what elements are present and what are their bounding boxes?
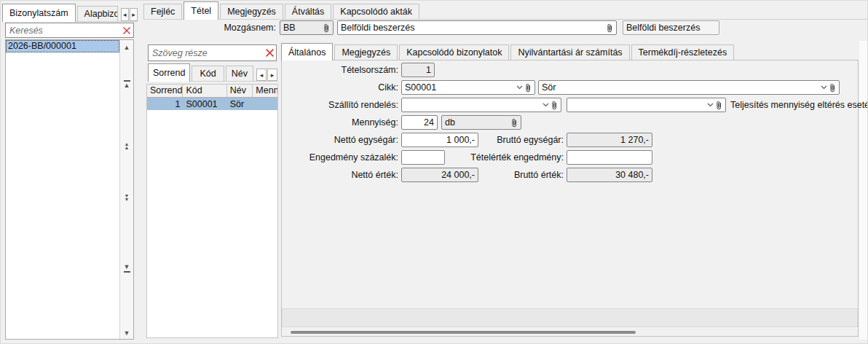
netto-egysegar-label: Nettó egységár: [288,133,398,147]
arrow-left-icon: ◂ [260,71,264,79]
engedmeny-szazalek-field[interactable] [401,150,445,165]
sort-tabs-scroll-left-button[interactable]: ◂ [256,69,267,81]
paperclip-icon[interactable] [551,101,558,110]
tab-termekdij[interactable]: Termékdíj-részletezés [631,44,735,60]
netto-egysegar-field[interactable]: 1 000,- [401,133,478,147]
tetelsorszam-field: 1 [401,63,435,77]
sort-tabstrip: Sorrend Kód Név ◂ ▸ [148,65,278,82]
tab-altalanos[interactable]: Általános [281,43,333,60]
paperclip-icon[interactable] [323,23,330,33]
brutto-ertek-label: Bruttó érték: [474,168,564,182]
scroll-page-up-icon[interactable]: ▲▲ [120,142,133,149]
arrow-right-icon: ▸ [132,11,135,18]
scroll-to-top-icon[interactable]: ▲ [120,80,133,89]
chevron-down-icon[interactable] [516,85,523,90]
cikk-name-combo[interactable]: Sör [538,80,840,95]
tetelertek-engedmeny-label: Tételérték engedmény: [467,150,564,165]
brutto-egysegar-label: Bruttó egységár: [474,133,564,147]
arrow-left-icon: ◂ [123,11,127,18]
tab-atvaltas[interactable]: Átváltás [285,4,331,19]
tab-bizonylatszam[interactable]: Bizonylatszám [2,4,76,22]
mozgasnem-display-field: Belföldi beszerzés [623,20,719,35]
tab-tetel[interactable]: Tétel [184,1,218,20]
left-tabs-scroll-left-button[interactable]: ◂ [121,8,129,21]
tab-megjegyzes[interactable]: Megjegyzés [220,4,283,19]
detail-bottom-panel [282,308,858,327]
clear-search-icon[interactable] [263,47,276,59]
paperclip-icon[interactable] [525,83,532,93]
document-search [5,23,134,38]
tab-kapcsolodo-aktak[interactable]: Kapcsolódó akták [333,4,419,19]
clear-search-icon[interactable] [120,25,133,36]
items-grid-header[interactable]: Sorrend Kód Név Menny [147,85,277,98]
main-tabstrip: Fejléc Tétel Megjegyzés Átváltás Kapcsol… [143,2,867,20]
column-header-nev: Név [227,85,253,97]
paperclip-icon[interactable] [511,118,518,128]
netto-ertek-label: Nettó érték: [288,168,398,182]
app-window: Bizonylatszám Alapbizony ◂ ▸ 2026-BB/000… [0,0,868,344]
item-text-search [148,44,277,61]
scroll-down-icon[interactable]: ▼ [120,330,133,337]
chevron-down-icon[interactable] [707,103,714,107]
detail-tabstrip: Általános Megjegyzés Kapcsolódó bizonyla… [281,43,859,60]
chevron-down-icon[interactable] [821,85,827,90]
tab-sort-kod[interactable]: Kód [192,66,224,81]
szallito-rendeles-combo[interactable] [401,98,561,112]
arrow-right-icon: ▸ [271,71,275,79]
mozgasnem-code-field[interactable]: BB [280,20,334,35]
mozgasnem-name-field[interactable]: Belföldi beszerzés [337,20,617,35]
szallito-rendeles-combo-2[interactable] [567,98,726,112]
tab-sort-nev[interactable]: Név [226,66,253,81]
column-header-menny: Menny [253,85,277,97]
detail-hscroll-thumb[interactable] [291,331,636,334]
cikk-code-combo[interactable]: S00001 [401,80,535,95]
document-list: 2026-BB/000001 ▲ ▲ ▲▲ ▼▼ ▼ ▼ [5,39,134,340]
tab-nyilvantartasi-ar[interactable]: Nyilvántartási ár számítás [510,44,629,60]
column-header-sorrend: Sorrend [147,85,183,97]
detail-vscroll-track[interactable] [859,41,867,340]
tetelertek-engedmeny-field[interactable] [567,150,652,165]
brutto-egysegar-field: 1 270,- [567,133,652,147]
tab-fejlec[interactable]: Fejléc [143,4,182,19]
tab-kapcsolodo-bizonylatok[interactable]: Kapcsolódó bizonylatok [399,44,509,60]
paperclip-icon[interactable] [829,83,836,93]
sort-tabs-scroll-right-button[interactable]: ▸ [267,69,277,81]
teljesites-note: Teljesítés mennyiség eltérés esetén [730,98,868,112]
left-tabstrip: Bizonylatszám Alapbizony ◂ ▸ [2,2,138,22]
tab-alapbizonylat[interactable]: Alapbizony [77,6,118,21]
item-text-search-input[interactable] [149,48,263,58]
brutto-ertek-field: 30 480,- [567,168,652,182]
paperclip-icon[interactable] [716,101,722,110]
engedmeny-szazalek-label: Engedmény százalék: [288,150,398,165]
document-search-input[interactable] [6,26,120,36]
mennyiseg-field[interactable]: 24 [401,115,438,130]
scroll-to-bottom-icon[interactable]: ▼ [120,264,133,273]
cikk-label: Cikk: [288,80,398,95]
chevron-down-icon[interactable] [542,103,549,107]
table-row[interactable]: 1 S00001 Sör [147,98,277,110]
list-item[interactable]: 2026-BB/000001 [6,40,119,52]
mozgasnem-label: Mozgásnem: [205,20,276,35]
mennyiseg-label: Mennyiség: [288,115,398,130]
tetelsorszam-label: Tételsorszám: [288,63,398,77]
document-list-scrollbar: ▲ ▲ ▲▲ ▼▼ ▼ ▼ [119,40,133,339]
column-header-kod: Kód [183,85,226,97]
szallito-rendeles-label: Szállító rendelés: [288,98,398,112]
scroll-page-down-icon[interactable]: ▼▼ [120,194,133,201]
netto-ertek-field: 24 000,- [401,168,478,182]
mennyiseg-unit-field[interactable]: db [441,115,521,130]
tab-detail-megjegyzes[interactable]: Megjegyzés [334,44,398,60]
tab-sort-sorrend[interactable]: Sorrend [148,63,190,82]
items-grid: Sorrend Kód Név Menny 1 S00001 Sör [146,84,278,338]
left-tabs-scroll-right-button[interactable]: ▸ [130,8,138,21]
paperclip-icon[interactable] [607,23,613,33]
scroll-up-icon[interactable]: ▲ [120,44,133,51]
